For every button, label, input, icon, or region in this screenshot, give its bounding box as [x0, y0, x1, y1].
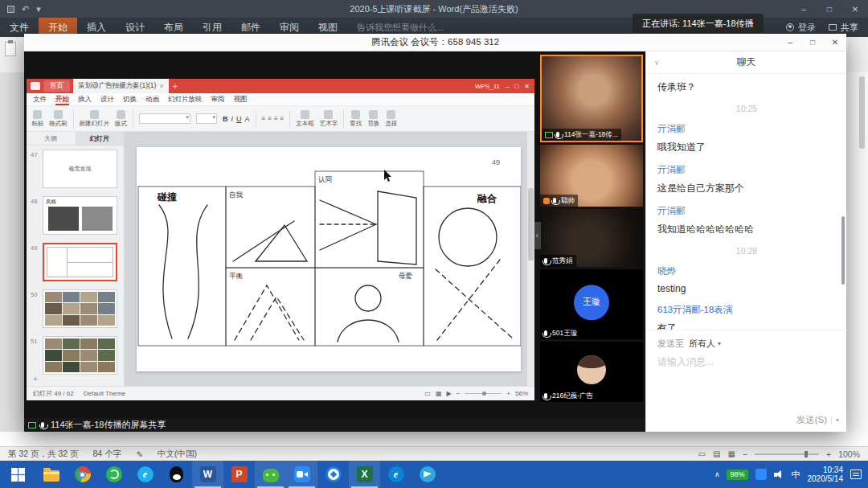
word-ribbon-right-sliver [846, 37, 868, 72]
meeting-window: 腾讯会议 会议号：658 945 312 – □ ✕ 首页 策划@广告拍摄方案(… [24, 34, 846, 432]
format-painter-icon [54, 110, 63, 119]
paste-icon [33, 110, 42, 119]
wps-menu-home: 开始 [55, 93, 69, 105]
tray-expand-button[interactable]: ∧ [714, 470, 720, 478]
zoom-in-button[interactable]: + [826, 449, 831, 459]
chat-sender: 晓烨 [657, 265, 836, 277]
print-layout-button[interactable]: ▤ [713, 449, 720, 458]
taskbar-edge[interactable]: e [380, 461, 411, 488]
start-button[interactable] [0, 461, 35, 488]
login-button[interactable]: 登录 [786, 22, 816, 34]
chat-message: 传承班？ [657, 80, 836, 94]
folder-icon [43, 470, 59, 482]
qat-customize-icon[interactable]: ▾ [36, 5, 41, 14]
quick-access-toolbar: ↶ ▾ [0, 5, 104, 14]
zoom-out-button[interactable]: − [743, 449, 747, 459]
slide-thumb-50: 50 [27, 289, 125, 331]
slide-number: 49 [492, 158, 500, 166]
wps-menu-bar: 文件 开始 插入 设计 切换 动画 幻灯片放映 审阅 视图 [27, 93, 534, 106]
battery-indicator[interactable]: 98% [727, 470, 747, 480]
web-layout-button[interactable]: ▦ [727, 449, 735, 458]
word-scrollbar[interactable] [859, 76, 865, 149]
participant-video-2[interactable]: 聪帅 [540, 145, 643, 207]
taskbar-chrome[interactable] [67, 461, 98, 488]
participant-video-1-speaking[interactable]: 114张一嘉-18传... [540, 55, 643, 142]
slide-thumb-47: 47 视觉呈现 [27, 150, 125, 191]
proofing-icon[interactable]: ✎ [136, 449, 143, 459]
chat-message: 我知道哈哈哈哈哈哈哈 [657, 223, 836, 236]
tray-meeting-icon[interactable] [755, 469, 767, 480]
taskbar-360-browser[interactable] [98, 461, 129, 488]
taskbar-excel[interactable]: X [349, 461, 380, 488]
word-close-button[interactable]: ✕ [842, 0, 868, 18]
taskbar-file-explorer[interactable] [35, 461, 67, 488]
wps-menu-transition: 切换 [123, 95, 137, 105]
meeting-titlebar[interactable]: 腾讯会议 会议号：658 945 312 – □ ✕ [24, 34, 846, 51]
participant-video-3[interactable]: 范秀娟 [540, 209, 643, 267]
wps-slide-indicator: 幻灯片 49 / 62 [33, 389, 74, 398]
wps-document-tab: 策划@广告拍摄方案(1)(1)× [73, 79, 169, 93]
word-restore-button[interactable]: □ [817, 0, 842, 18]
collision-sketch [159, 205, 172, 338]
mic-icon [544, 258, 547, 264]
chat-message: 哦我知道了 [657, 141, 836, 154]
chat-scrollbar[interactable] [841, 216, 845, 285]
participant-name: 501王璇 [552, 329, 577, 338]
wps-titlebar: 首页 策划@广告拍摄方案(1)(1)× + WPS_11 – □ ✕ [27, 79, 534, 93]
avatar [577, 355, 606, 384]
wps-zoom-level: 56% [515, 390, 528, 397]
wps-find-button: 查找 [350, 110, 362, 128]
taskbar-tencent-meeting[interactable] [286, 461, 317, 488]
mic-icon [544, 393, 547, 399]
wps-zoom-in-icon: + [506, 390, 510, 397]
send-to-dropdown[interactable]: 所有人▾ [689, 338, 721, 350]
clipboard-icon [5, 42, 16, 56]
telegram-icon [420, 466, 436, 482]
volume-icon[interactable] [774, 470, 784, 479]
wps-slide-pane: 大纲 幻灯片 47 视觉呈现 48 风格 49 [27, 132, 125, 386]
taskbar-wechat[interactable] [255, 461, 286, 488]
word-count[interactable]: 84 个字 [93, 449, 122, 460]
taskbar-qq[interactable] [161, 461, 192, 488]
language-indicator[interactable]: 中文(中国) [158, 449, 197, 460]
zoom-slider-thumb[interactable] [805, 451, 808, 457]
chat-panel: ∨ 聊天 传承班？ 10:25 亓涓郦 哦我知道了 亓涓郦 这是给自己方案那个 … [645, 51, 846, 432]
read-mode-button[interactable]: ▭ [698, 449, 706, 458]
chat-timestamp: 10:28 [657, 246, 836, 256]
screen-share-stage[interactable]: 首页 策划@广告拍摄方案(1)(1)× + WPS_11 – □ ✕ 文件 开始… [24, 51, 645, 418]
meeting-close-button[interactable]: ✕ [824, 34, 846, 51]
save-icon[interactable] [7, 6, 14, 13]
page-indicator[interactable]: 第 32 页，共 32 页 [8, 449, 79, 460]
zoom-level[interactable]: 100% [838, 449, 860, 459]
meeting-minimize-button[interactable]: – [779, 34, 801, 51]
zoom-slider[interactable] [755, 453, 819, 455]
chat-collapse-button[interactable]: ∨ [654, 51, 660, 73]
collapse-videos-button[interactable]: ‹ [533, 222, 541, 249]
taskbar-word[interactable]: W [192, 461, 223, 488]
wps-menu-review: 审阅 [211, 95, 225, 105]
action-center-icon[interactable] [850, 470, 862, 479]
word-page-strip [0, 432, 868, 446]
taskbar-telegram[interactable] [411, 461, 443, 488]
meeting-maximize-button[interactable]: □ [801, 34, 824, 51]
qq-icon [170, 466, 183, 482]
participant-video-4[interactable]: 王璇 501王璇 [540, 269, 643, 339]
send-button[interactable]: 发送(S)▾ [796, 414, 839, 426]
label-identity: 认同 [318, 175, 332, 183]
word-minimize-button[interactable]: – [791, 0, 817, 18]
taskbar-powerpoint[interactable]: P [223, 461, 255, 488]
undo-icon[interactable]: ↶ [22, 5, 29, 14]
share-button[interactable]: 共享 [829, 22, 858, 34]
wps-toolbar: 粘贴 格式刷 新建幻灯片 版式 BIUA ≡≡≡≡ 文本框 艺术字 查找 [27, 106, 534, 132]
taskbar-ie[interactable]: e [129, 461, 161, 488]
ime-indicator[interactable]: 中 [792, 469, 800, 481]
chat-input[interactable] [657, 356, 829, 367]
layout-icon [117, 110, 125, 119]
wps-replace-button: 替换 [367, 110, 379, 128]
wps-select-button: 选择 [385, 110, 397, 128]
taskbar-qq-browser[interactable] [317, 461, 349, 488]
participant-video-5[interactable]: 216纪薇-广告 [540, 342, 643, 402]
font-size-select [196, 113, 217, 124]
ie-icon: e [137, 466, 154, 482]
clock[interactable]: 10:34 2020/5/14 [808, 465, 844, 483]
